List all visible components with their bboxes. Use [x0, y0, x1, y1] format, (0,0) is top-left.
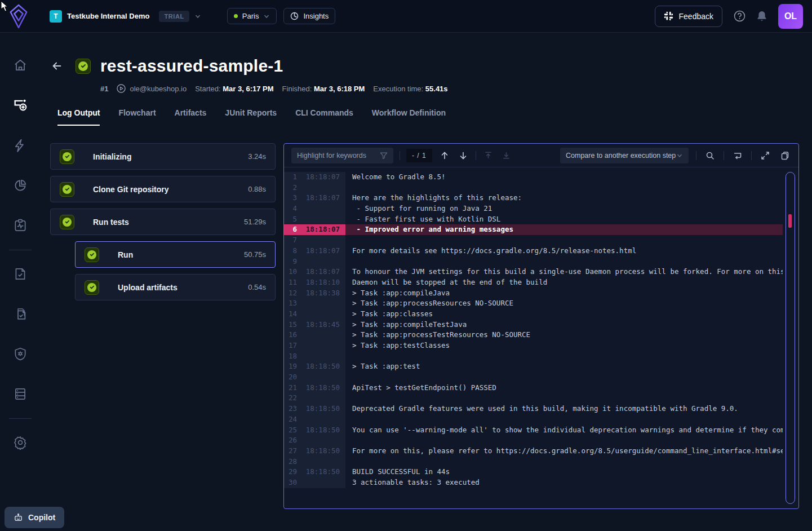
back-button[interactable]: [50, 59, 64, 73]
insights-button[interactable]: Insights: [283, 8, 335, 24]
scroll-to-bottom-button[interactable]: [500, 151, 512, 160]
tab-flowchart[interactable]: Flowchart: [118, 108, 156, 126]
tab-junit-reports[interactable]: JUnit Reports: [225, 108, 277, 126]
play-circle-icon: [117, 84, 126, 93]
step-card-run[interactable]: Run 50.75s: [75, 241, 276, 268]
tab-log-output[interactable]: Log Output: [57, 108, 100, 126]
log-line-number: 12: [284, 288, 301, 299]
log-line-number: 21: [284, 383, 301, 393]
plan-badge: TRIAL: [159, 11, 189, 22]
log-line-timestamp: [301, 351, 345, 362]
log-line-number: 28: [284, 457, 301, 467]
log-line-timestamp: [301, 393, 345, 404]
search-button[interactable]: [704, 151, 716, 160]
log-line-text: > Task :app:test: [345, 361, 783, 372]
log-line-number: 24: [284, 414, 301, 425]
notifications-button[interactable]: [757, 11, 767, 22]
log-line-number: 29: [284, 467, 301, 477]
next-match-button[interactable]: [457, 151, 469, 160]
log-line-number: 16: [284, 330, 301, 340]
previous-match-button[interactable]: [438, 151, 451, 160]
copy-button[interactable]: [779, 151, 791, 160]
settings-icon[interactable]: [12, 435, 28, 450]
step-card-upload-artifacts[interactable]: Upload artifacts 0.54s: [75, 274, 276, 300]
search-icon: [705, 151, 715, 160]
match-counter: - / 1: [406, 149, 432, 162]
log-line-number: 9: [284, 256, 301, 267]
log-line-timestamp: [301, 298, 345, 309]
shield-gear-icon[interactable]: [12, 346, 28, 362]
user-avatar[interactable]: OL: [778, 4, 803, 29]
step-card-initializing[interactable]: Initializing 3.24s: [50, 143, 276, 170]
log-line-timestamp: 18:18:50: [301, 361, 345, 372]
execution-status-icon: [76, 59, 91, 74]
log-line-text: [345, 435, 783, 446]
environment-status-dot: [234, 14, 238, 18]
highlight-keywords-input[interactable]: Highlight for keywords: [291, 148, 393, 163]
toolbar-divider: [696, 151, 696, 160]
copilot-button[interactable]: Copilot: [5, 507, 64, 528]
log-line-number: 13: [284, 298, 301, 309]
log-content[interactable]: 1 18:18:07 Welcome to Gradle 8.5! 2 3 18…: [284, 167, 798, 508]
executors-icon[interactable]: [12, 386, 28, 402]
step-duration: 0.88s: [248, 185, 266, 193]
environment-selector[interactable]: Paris: [227, 8, 277, 24]
log-line: 25 18:18:50 You can use '--warning-mode …: [284, 425, 783, 436]
step-card-run-tests[interactable]: Run tests 51.29s: [50, 209, 276, 235]
log-line-timestamp: [301, 214, 345, 225]
testkube-logo[interactable]: [8, 3, 29, 29]
log-toolbar: Highlight for keywords - / 1: [284, 144, 798, 167]
step-card-clone-git-repository[interactable]: Clone Git repository 0.88s: [50, 176, 276, 202]
triggers-icon[interactable]: [12, 138, 28, 153]
log-line-text: - Improved error and warning messages: [345, 224, 783, 235]
execution-time: Execution time: 55.41s: [373, 85, 447, 93]
log-line: 17 > Task :app:testClasses: [284, 340, 783, 351]
log-line: 10 18:18:07 To honour the JVM settings f…: [284, 267, 783, 277]
word-wrap-button[interactable]: [731, 151, 744, 160]
step-duration: 51.29s: [244, 218, 266, 226]
test-suites-icon[interactable]: [12, 306, 28, 322]
log-scrollbar[interactable]: [786, 172, 795, 504]
to-top-icon: [484, 151, 492, 160]
workflows-icon[interactable]: [12, 98, 28, 113]
home-icon[interactable]: [12, 57, 28, 73]
help-button[interactable]: [734, 10, 746, 22]
log-line-number: 15: [284, 320, 301, 330]
log-line: 8 18:18:07 For more details see https://…: [284, 246, 783, 256]
log-line-number: 1: [284, 172, 301, 183]
log-line-text: Welcome to Gradle 8.5!: [345, 172, 783, 183]
log-line-timestamp: 18:18:07: [301, 246, 345, 256]
scroll-to-top-button[interactable]: [482, 151, 494, 160]
tests-icon[interactable]: [12, 266, 28, 282]
log-line: 11 18:18:10 Daemon will be stopped at th…: [284, 277, 783, 288]
sidebar-divider: [9, 250, 32, 250]
log-line-timestamp: [301, 414, 345, 425]
step-duration: 50.75s: [244, 250, 266, 259]
log-line: 22: [284, 393, 783, 404]
execution-meta: #1 ole@kubeshop.io Started: Mar 3, 6:17 …: [100, 84, 799, 93]
arrow-down-icon: [459, 151, 468, 160]
log-line: 14 > Task :app:classes: [284, 309, 783, 320]
tab-workflow-definition[interactable]: Workflow Definition: [372, 108, 446, 126]
insights-icon[interactable]: [12, 178, 28, 193]
step-status-icon: [85, 280, 99, 295]
log-line: 12 18:18:38 > Task :app:compileJava: [284, 288, 783, 299]
log-line-number: 7: [284, 235, 301, 246]
log-line-number: 27: [284, 446, 301, 457]
log-line-text: Here are the highlights of this release:: [345, 193, 783, 203]
sidebar-divider: [9, 418, 32, 419]
log-line-text: For more on this, please refer to https:…: [345, 446, 783, 457]
step-label: Run: [118, 250, 133, 259]
tab-cli-commands[interactable]: CLI Commands: [295, 108, 353, 126]
feedback-button[interactable]: Feedback: [655, 6, 722, 27]
log-line-timestamp: [301, 256, 345, 267]
log-line-timestamp: [301, 203, 345, 214]
monitoring-icon[interactable]: [12, 218, 28, 233]
workspace-switcher[interactable]: T Testkube Internal Demo TRIAL: [50, 10, 201, 23]
tab-artifacts[interactable]: Artifacts: [175, 108, 207, 126]
fullscreen-button[interactable]: [759, 151, 771, 160]
log-line: 18: [284, 351, 783, 362]
log-line: 24: [284, 414, 783, 425]
log-line-number: 10: [284, 267, 301, 277]
compare-step-select[interactable]: Compare to another execution step: [560, 148, 689, 163]
